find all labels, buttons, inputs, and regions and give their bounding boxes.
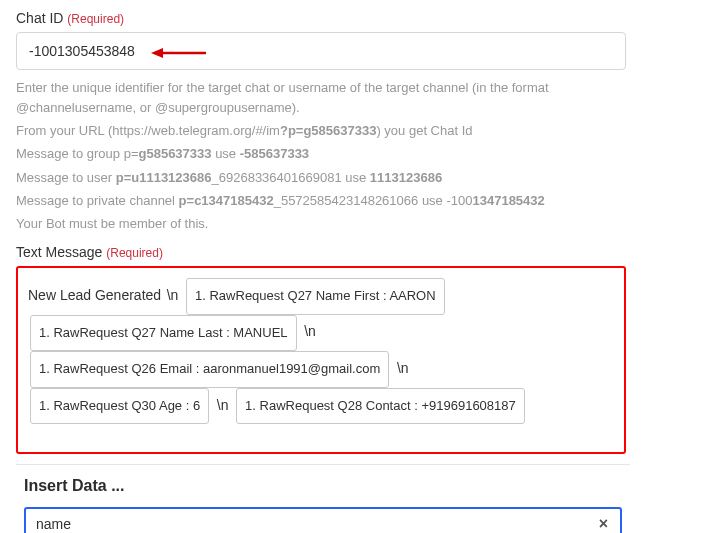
newline-token: \n bbox=[167, 287, 179, 303]
text-message-label: Text Message (Required) bbox=[16, 244, 710, 260]
data-pill-name-first[interactable]: 1. RawRequest Q27 Name First : AARON bbox=[186, 278, 445, 315]
data-pill-email[interactable]: 1. RawRequest Q26 Email : aaronmanuel199… bbox=[30, 351, 389, 388]
chat-id-label: Chat ID (Required) bbox=[16, 10, 710, 26]
data-pill-contact[interactable]: 1. RawRequest Q28 Contact : +91969160818… bbox=[236, 388, 525, 425]
insert-search-wrap[interactable]: × bbox=[24, 507, 622, 533]
text-message-editor[interactable]: New Lead Generated \n 1. RawRequest Q27 … bbox=[16, 266, 626, 454]
chat-id-help: Enter the unique identifier for the targ… bbox=[16, 78, 636, 234]
chat-id-input[interactable] bbox=[16, 32, 626, 70]
insert-data-panel: Insert Data ... × 1. Webhook: Capture We… bbox=[16, 464, 630, 533]
data-pill-name-last[interactable]: 1. RawRequest Q27 Name Last : MANUEL bbox=[30, 315, 297, 352]
newline-token: \n bbox=[217, 397, 229, 413]
newline-token: \n bbox=[397, 360, 409, 376]
insert-search-input[interactable] bbox=[34, 515, 595, 533]
clear-search-icon[interactable]: × bbox=[595, 515, 612, 533]
insert-data-title: Insert Data ... bbox=[16, 473, 630, 503]
newline-token: \n bbox=[304, 323, 316, 339]
tm-prefix-text: New Lead Generated bbox=[28, 287, 161, 303]
data-pill-age[interactable]: 1. RawRequest Q30 Age : 6 bbox=[30, 388, 209, 425]
